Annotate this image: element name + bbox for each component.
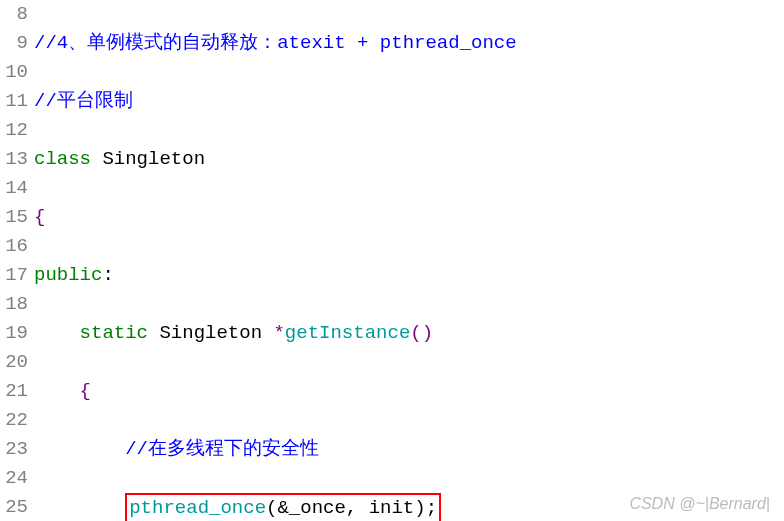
comment: //4、单例模式的自动释放：atexit + pthread_once [34,32,517,54]
keyword: class [34,148,91,170]
indent [34,438,125,460]
code-line: //在多线程下的安全性 [34,435,784,464]
code-line: { [34,203,784,232]
line-number: 10 [0,58,28,87]
code-line: class Singleton [34,145,784,174]
line-number: 21 [0,377,28,406]
operator: * [273,322,284,344]
line-number: 17 [0,261,28,290]
brace: { [34,206,45,228]
code-line: //平台限制 [34,87,784,116]
keyword: public [34,264,102,286]
line-number-gutter: 8 9 10 11 12 13 14 15 16 17 18 19 20 21 … [0,0,34,521]
brace: { [80,380,91,402]
identifier: Singleton [91,148,205,170]
comment: //平台限制 [34,90,133,112]
code-line: { [34,377,784,406]
line-number: 19 [0,319,28,348]
line-number: 20 [0,348,28,377]
code-line: public: [34,261,784,290]
parens: () [410,322,433,344]
line-number: 18 [0,290,28,319]
line-number: 13 [0,145,28,174]
line-number: 8 [0,0,28,29]
line-number: 16 [0,232,28,261]
punct: : [102,264,113,286]
highlight-box: pthread_once(&_once, init); [125,493,441,521]
line-number: 25 [0,493,28,521]
indent [34,380,80,402]
keyword: static [80,322,148,344]
comment: //在多线程下的安全性 [125,438,319,460]
line-number: 15 [0,203,28,232]
function-call: pthread_once [129,497,266,519]
code-area: //4、单例模式的自动释放：atexit + pthread_once //平台… [34,0,784,521]
line-number: 22 [0,406,28,435]
indent [34,322,80,344]
type: Singleton [148,322,273,344]
line-number: 11 [0,87,28,116]
code-line: //4、单例模式的自动释放：atexit + pthread_once [34,29,784,58]
code-editor: 8 9 10 11 12 13 14 15 16 17 18 19 20 21 … [0,0,784,521]
line-number: 9 [0,29,28,58]
args: (&_once, init); [266,497,437,519]
code-line: static Singleton *getInstance() [34,319,784,348]
line-number: 24 [0,464,28,493]
line-number: 12 [0,116,28,145]
function-name: getInstance [285,322,410,344]
code-line: pthread_once(&_once, init); [34,493,784,521]
line-number: 23 [0,435,28,464]
line-number: 14 [0,174,28,203]
indent [34,497,125,519]
